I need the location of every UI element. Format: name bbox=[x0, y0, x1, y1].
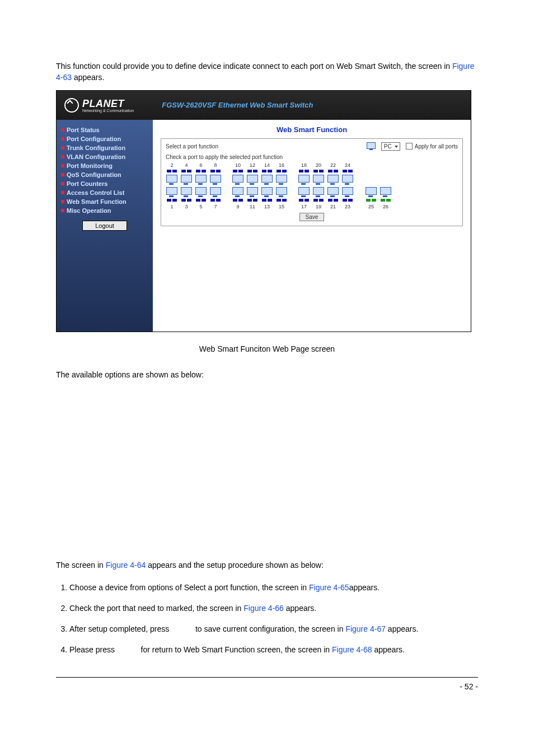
port-device-icon[interactable] bbox=[341, 175, 354, 185]
bullet-icon bbox=[61, 128, 64, 132]
port-number: 19 bbox=[312, 204, 325, 209]
bullet-icon bbox=[61, 209, 64, 212]
nav-trunk-configuration[interactable]: Trunk Configuration bbox=[61, 143, 148, 152]
bullet-icon bbox=[61, 137, 64, 141]
step-3: After setup completed, press to save cur… bbox=[69, 619, 478, 640]
port-light bbox=[232, 169, 244, 174]
port-number: 4 bbox=[180, 162, 193, 168]
port-device-icon[interactable] bbox=[246, 187, 259, 197]
port-device-icon[interactable] bbox=[166, 175, 178, 185]
step-1-link[interactable]: Figure 4-65 bbox=[309, 583, 349, 592]
port-number: 24 bbox=[341, 162, 354, 168]
port-number: 16 bbox=[275, 162, 288, 168]
port-number: 23 bbox=[341, 204, 354, 209]
port-number: 7 bbox=[209, 204, 222, 209]
port-number: 12 bbox=[246, 162, 259, 168]
step-4: Please press for return to Web Smart Fun… bbox=[69, 640, 478, 660]
port-light bbox=[180, 169, 193, 174]
port-light bbox=[261, 169, 273, 174]
port-number: 14 bbox=[261, 162, 273, 168]
port-light bbox=[209, 198, 222, 203]
port-device-icon[interactable] bbox=[209, 175, 222, 185]
port-number: 20 bbox=[312, 162, 325, 168]
port-number: 25 bbox=[365, 204, 377, 209]
port-device-icon[interactable] bbox=[261, 187, 273, 197]
port-light bbox=[246, 169, 259, 174]
main-content: Web Smart Function Select a port functio… bbox=[153, 120, 471, 332]
nav-qos-configuration[interactable]: QoS Configuration bbox=[61, 170, 148, 179]
port-device-icon[interactable] bbox=[327, 187, 339, 197]
port-device-icon[interactable] bbox=[232, 187, 244, 197]
port-device-icon[interactable] bbox=[246, 175, 259, 185]
nav-port-counters[interactable]: Port Counters bbox=[61, 179, 148, 188]
function-panel: Select a port function PC Apply for all … bbox=[161, 138, 463, 226]
intro-pre: This function could provide you to defin… bbox=[56, 62, 452, 71]
apply-all-checkbox[interactable] bbox=[406, 143, 413, 150]
port-number: 18 bbox=[298, 162, 310, 168]
step-4-link[interactable]: Figure 4-68 bbox=[332, 645, 372, 654]
port-device-icon[interactable] bbox=[166, 187, 178, 197]
pc-icon bbox=[367, 142, 376, 150]
port-number: 5 bbox=[195, 204, 207, 209]
steps-intro-link[interactable]: Figure 4-64 bbox=[106, 561, 146, 570]
step-3-link[interactable]: Figure 4-67 bbox=[345, 624, 386, 633]
page-footer: - 52 - bbox=[56, 677, 478, 691]
nav-misc-operation[interactable]: Misc Operation bbox=[61, 206, 148, 215]
port-light bbox=[365, 198, 377, 203]
port-light bbox=[166, 169, 178, 174]
embedded-screenshot: PLANET Networking & Communication FGSW-2… bbox=[56, 90, 471, 332]
options-area bbox=[56, 387, 478, 555]
port-device-icon[interactable] bbox=[341, 187, 354, 197]
save-button[interactable]: Save bbox=[299, 213, 325, 221]
port-device-icon[interactable] bbox=[275, 187, 288, 197]
port-device-icon[interactable] bbox=[327, 175, 339, 185]
port-number: 9 bbox=[232, 204, 244, 209]
port-device-icon[interactable] bbox=[180, 175, 193, 185]
product-title: FGSW-2620VSF Ethernet Web Smart Switch bbox=[162, 101, 313, 109]
port-device-icon[interactable] bbox=[312, 187, 325, 197]
port-number: 15 bbox=[275, 204, 288, 209]
logout-button[interactable]: Logout bbox=[82, 221, 127, 231]
port-light bbox=[232, 198, 244, 203]
page-number: - 52 - bbox=[460, 682, 478, 691]
logo-subtext: Networking & Communication bbox=[82, 109, 134, 113]
nav-port-status[interactable]: Port Status bbox=[61, 125, 148, 134]
intro-paragraph: This function could provide you to defin… bbox=[56, 60, 478, 83]
port-device-icon[interactable] bbox=[195, 175, 207, 185]
port-light bbox=[341, 198, 354, 203]
port-light bbox=[327, 169, 339, 174]
port-device-icon[interactable] bbox=[180, 187, 193, 197]
port-number: 10 bbox=[232, 162, 244, 168]
steps-intro-pre: The screen in bbox=[56, 561, 106, 570]
nav-port-monitoring[interactable]: Port Monitoring bbox=[61, 161, 148, 170]
port-light bbox=[275, 169, 288, 174]
port-device-icon[interactable] bbox=[275, 175, 288, 185]
nav-port-configuration[interactable]: Port Configuration bbox=[61, 134, 148, 143]
port-device-icon[interactable] bbox=[380, 187, 392, 197]
port-number: 17 bbox=[298, 204, 310, 209]
logo-text: PLANET bbox=[82, 98, 134, 110]
port-light bbox=[327, 198, 339, 203]
step-2-link[interactable]: Figure 4-66 bbox=[243, 604, 284, 613]
port-light bbox=[298, 169, 310, 174]
port-device-icon[interactable] bbox=[261, 175, 273, 185]
port-light bbox=[180, 198, 193, 203]
port-light bbox=[195, 169, 207, 174]
port-function-dropdown[interactable]: PC bbox=[381, 142, 400, 151]
bullet-icon bbox=[61, 173, 64, 176]
port-device-icon[interactable] bbox=[365, 187, 377, 197]
nav-web-smart-function[interactable]: Web Smart Function bbox=[61, 197, 148, 206]
nav-access-control-list[interactable]: Access Control List bbox=[61, 188, 148, 197]
port-device-icon[interactable] bbox=[298, 175, 310, 185]
port-device-icon[interactable] bbox=[195, 187, 207, 197]
step-2: Check the port that need to marked, the … bbox=[69, 598, 478, 619]
port-device-icon[interactable] bbox=[209, 187, 222, 197]
port-device-icon[interactable] bbox=[312, 175, 325, 185]
port-number: 3 bbox=[180, 204, 193, 209]
port-device-icon[interactable] bbox=[298, 187, 310, 197]
port-device-icon[interactable] bbox=[232, 175, 244, 185]
nav-vlan-configuration[interactable]: VLAN Configuration bbox=[61, 152, 148, 161]
sidebar: Port Status Port Configuration Trunk Con… bbox=[57, 120, 153, 332]
globe-icon bbox=[64, 98, 79, 113]
bullet-icon bbox=[61, 200, 64, 203]
